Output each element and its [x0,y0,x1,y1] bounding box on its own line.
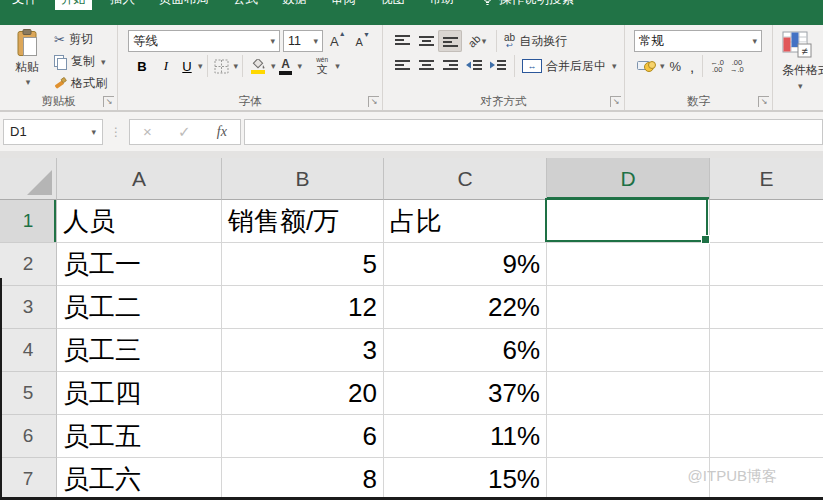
select-all-button[interactable] [0,158,57,200]
underline-button[interactable]: U [178,55,196,77]
clipboard-dialog-launcher-icon[interactable]: ↘ [103,96,114,107]
cell-b1[interactable]: 销售额/万 [222,200,384,243]
tab-review[interactable]: 审阅 [325,0,362,10]
insert-function-icon[interactable]: fx [217,124,227,140]
shrink-font-button[interactable]: A▼ [353,35,373,48]
wrap-text-button[interactable]: ab↩ 自动换行 [501,32,570,51]
cell-b5[interactable]: 20 [222,372,384,415]
align-center-button[interactable] [414,55,438,77]
cell-d4[interactable] [547,329,710,372]
bold-button[interactable]: B [130,55,154,77]
cell-c5[interactable]: 37% [384,372,547,415]
enter-icon[interactable]: ✓ [178,123,191,141]
cell-a2[interactable]: 员工一 [57,243,222,286]
formula-input[interactable] [244,119,823,145]
cell-a3[interactable]: 员工二 [57,286,222,329]
row-header-7[interactable]: 7 [0,458,57,500]
cell-b6[interactable]: 6 [222,415,384,458]
cell-b3[interactable]: 12 [222,286,384,329]
cell-e3[interactable] [710,286,823,329]
cell-e1[interactable] [710,200,823,243]
cell-b2[interactable]: 5 [222,243,384,286]
orientation-button[interactable]: ab ▾ [462,30,492,52]
decrease-decimal-button[interactable]: .00→.0 [727,59,747,74]
tell-me-search[interactable]: 操作说明搜索 [482,0,574,10]
cell-c4[interactable]: 6% [384,329,547,372]
fill-color-button[interactable] [247,55,269,77]
cell-c6[interactable]: 11% [384,415,547,458]
alignment-dialog-launcher-icon[interactable]: ↘ [610,96,621,107]
grow-font-button[interactable]: A▲ [327,34,349,49]
tab-home[interactable]: 开始 [55,0,92,10]
borders-button[interactable] [212,55,232,77]
decrease-indent-button[interactable] [462,55,486,77]
align-middle-button[interactable] [414,30,438,52]
tab-data[interactable]: 数据 [276,0,313,10]
cell-e6[interactable] [710,415,823,458]
cell-a5[interactable]: 员工四 [57,372,222,415]
format-painter-button[interactable]: 格式刷 [51,74,110,93]
align-right-button[interactable] [438,55,462,77]
column-header-b[interactable]: B [222,158,384,200]
align-top-button[interactable] [390,30,414,52]
tab-page-layout[interactable]: 页面布局 [153,0,215,10]
copy-button[interactable]: 复制 ▾ [51,52,110,71]
cell-b4[interactable]: 3 [222,329,384,372]
paste-button[interactable]: 粘贴 ▾ [5,29,49,93]
tab-help[interactable]: 帮助 [423,0,460,10]
increase-decimal-button[interactable]: ←.0.00 [707,59,727,74]
tab-file[interactable]: 文件 [6,0,43,10]
row-header-6[interactable]: 6 [0,415,57,458]
increase-indent-button[interactable] [486,55,510,77]
font-size-combo[interactable]: 11 ▾ [283,30,323,52]
row-header-2[interactable]: 2 [0,243,57,286]
number-format-combo[interactable]: 常规 ▾ [634,30,762,52]
number-dialog-launcher-icon[interactable]: ↘ [758,96,769,107]
tab-insert[interactable]: 插入 [104,0,141,10]
cell-d2[interactable] [547,243,710,286]
row-header-4[interactable]: 4 [0,329,57,372]
tab-formulas[interactable]: 公式 [227,0,264,10]
resize-dots-icon[interactable]: ⋮ [110,125,122,139]
align-left-button[interactable] [390,55,414,77]
font-name-combo[interactable]: 等线 ▾ [128,30,280,52]
cancel-icon[interactable]: × [143,123,152,140]
column-header-a[interactable]: A [57,158,222,200]
cell-a7[interactable]: 员工六 [57,458,222,500]
merge-center-button[interactable]: ↔ 合并后居中 ▾ [519,57,620,76]
column-header-e[interactable]: E [710,158,823,200]
cell-d5[interactable] [547,372,710,415]
cell-c1[interactable]: 占比 [384,200,547,243]
font-dialog-launcher-icon[interactable]: ↘ [368,96,379,107]
comma-style-button[interactable]: , [686,58,698,75]
italic-button[interactable]: I [154,55,178,77]
cell-a4[interactable]: 员工三 [57,329,222,372]
column-header-d[interactable]: D [547,158,710,200]
conditional-formatting-button[interactable]: ≠ 条件格式 ▾ [773,25,823,110]
row-header-1[interactable]: 1 [0,200,57,243]
font-color-button[interactable]: A [276,55,296,77]
cell-c2[interactable]: 9% [384,243,547,286]
phonetic-guide-button[interactable]: wén 文 [311,55,333,77]
cell-d6[interactable] [547,415,710,458]
column-header-c[interactable]: C [384,158,547,200]
cell-a6[interactable]: 员工五 [57,415,222,458]
accounting-format-button[interactable] [634,55,658,77]
row-header-3[interactable]: 3 [0,286,57,329]
row-header-5[interactable]: 5 [0,372,57,415]
cell-e4[interactable] [710,329,823,372]
cell-a1[interactable]: 人员 [57,200,222,243]
align-bottom-button[interactable] [438,30,462,52]
cell-c3[interactable]: 22% [384,286,547,329]
cell-c7[interactable]: 15% [384,458,547,500]
cell-e5[interactable] [710,372,823,415]
percent-style-button[interactable]: % [665,59,687,74]
name-box[interactable]: D1 ▾ [3,119,103,145]
cell-d3[interactable] [547,286,710,329]
cut-button[interactable]: ✂ 剪切 [51,30,110,49]
fill-handle[interactable] [701,235,710,244]
cell-d7[interactable] [547,458,710,500]
active-cell-selection[interactable] [545,198,708,242]
cell-e2[interactable] [710,243,823,286]
cell-b7[interactable]: 8 [222,458,384,500]
